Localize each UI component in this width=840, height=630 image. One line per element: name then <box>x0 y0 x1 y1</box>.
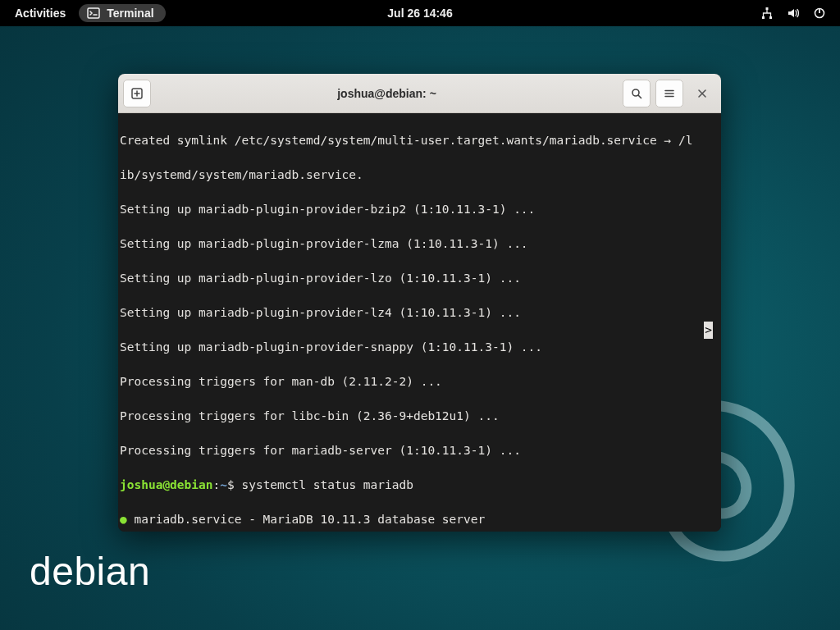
svg-line-8 <box>638 95 641 98</box>
close-button[interactable] <box>688 80 716 107</box>
line-overflow-indicator: > <box>704 322 713 339</box>
search-button[interactable] <box>623 80 651 107</box>
svg-rect-3 <box>769 16 772 19</box>
prompt-userhost: joshua@debian <box>120 478 213 491</box>
svg-rect-0 <box>88 8 99 18</box>
service-header: mariadb.service - MariaDB 10.11.3 databa… <box>134 513 485 526</box>
gnome-topbar: Activities Terminal Jul 26 14:46 <box>0 0 840 26</box>
output-line: Created symlink /etc/systemd/system/mult… <box>120 134 692 147</box>
output-line: Setting up mariadb-plugin-provider-lzma … <box>120 237 528 250</box>
svg-rect-2 <box>762 16 765 19</box>
status-bullet: ● <box>120 513 127 526</box>
output-line: Processing triggers for libc-bin (2.36-9… <box>120 409 500 422</box>
terminal-window: joshua@debian: ~ Created symlink /etc/sy… <box>118 74 721 532</box>
prompt-path: ~ <box>220 478 227 491</box>
window-title: joshua@debian: ~ <box>156 87 618 100</box>
network-icon[interactable] <box>760 6 774 21</box>
output-line: Processing triggers for mariadb-server (… <box>120 444 521 457</box>
output-line: Setting up mariadb-plugin-provider-lzo (… <box>120 272 521 285</box>
distro-wordmark: debian <box>30 549 150 594</box>
volume-icon[interactable] <box>786 6 801 21</box>
output-line: Setting up mariadb-plugin-provider-lz4 (… <box>120 306 521 319</box>
output-line: Processing triggers for man-db (2.11.2-2… <box>120 375 442 388</box>
appmenu-label: Terminal <box>107 7 153 20</box>
terminal-headerbar: joshua@debian: ~ <box>118 74 721 113</box>
activities-button[interactable]: Activities <box>7 3 74 23</box>
terminal-icon <box>87 7 100 20</box>
new-tab-button[interactable] <box>123 80 151 107</box>
clock[interactable]: Jul 26 14:46 <box>387 7 452 20</box>
hamburger-menu-button[interactable] <box>655 80 683 107</box>
svg-rect-1 <box>766 7 769 10</box>
prompt-sep: : <box>213 478 221 491</box>
power-icon[interactable] <box>812 6 827 21</box>
output-line: ib/systemd/system/mariadb.service. <box>120 168 363 181</box>
appmenu-button[interactable]: Terminal <box>79 4 165 22</box>
typed-command: systemctl status mariadb <box>241 478 413 491</box>
prompt-dollar: $ <box>227 478 235 491</box>
terminal-output[interactable]: Created symlink /etc/systemd/system/mult… <box>118 113 721 532</box>
output-line: Setting up mariadb-plugin-provider-snapp… <box>120 340 542 354</box>
output-line: Setting up mariadb-plugin-provider-bzip2… <box>120 203 535 216</box>
